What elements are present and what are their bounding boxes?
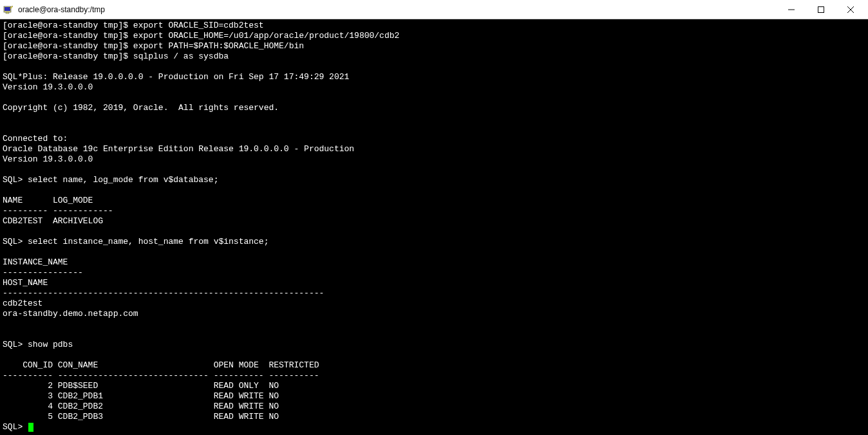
svg-rect-2 [6,12,9,14]
window-title: oracle@ora-standby:/tmp [18,5,777,14]
svg-rect-4 [818,6,824,12]
close-button[interactable] [836,0,865,19]
terminal-cursor [28,423,33,432]
terminal-window: oracle@ora-standby:/tmp [oracle@ora-stan… [0,0,868,435]
terminal-output: [oracle@ora-standby tmp]$ export ORACLE_… [3,21,865,422]
minimize-button[interactable] [777,0,806,19]
putty-icon [3,4,14,15]
terminal-prompt: SQL> [3,422,28,432]
titlebar[interactable]: oracle@ora-standby:/tmp [0,0,868,19]
maximize-button[interactable] [806,0,836,19]
svg-rect-1 [5,7,10,11]
terminal-area[interactable]: [oracle@ora-standby tmp]$ export ORACLE_… [0,19,868,435]
window-controls [777,0,865,19]
